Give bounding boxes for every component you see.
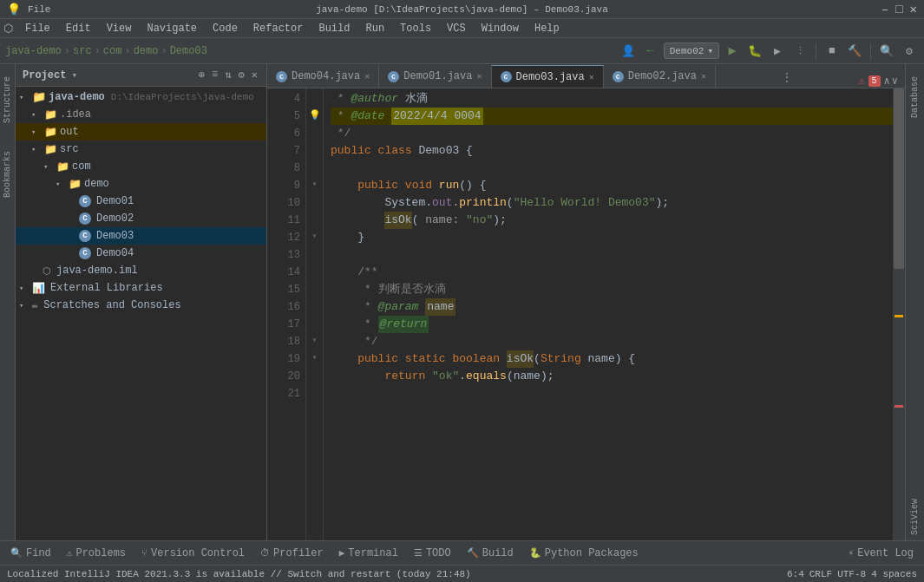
tree-label-src: src <box>60 143 79 155</box>
run-button[interactable]: ▶ <box>723 42 742 61</box>
tree-item-scratches[interactable]: ▾ ✏️ Scratches and Consoles <box>16 297 266 314</box>
tab-demo02[interactable]: C Demo02.java ✕ <box>604 65 716 88</box>
breadcrumb-src[interactable]: src <box>73 45 92 57</box>
project-collapse-icon[interactable]: ≡ <box>210 68 220 82</box>
maximize-button[interactable]: □ <box>895 3 902 16</box>
menu-item-help[interactable]: Help <box>528 21 567 36</box>
problems-tab[interactable]: ⚠ Problems <box>60 543 133 564</box>
tree-item-javademo[interactable]: ▾ 📁 java-demo D:\IdeaProjects\java-demo <box>16 88 266 106</box>
menu-item-tools[interactable]: Tools <box>393 21 438 36</box>
profiler-tab[interactable]: ⏱ Profiler <box>253 543 331 564</box>
build-tab[interactable]: 🔨 Build <box>460 543 521 564</box>
tree-item-demo03[interactable]: C Demo03 <box>16 227 266 245</box>
menu-item-run[interactable]: Run <box>358 21 391 36</box>
code-editor[interactable]: 4 5 6 7 8 9 10 11 12 13 14 15 16 17 18 1… <box>267 88 905 540</box>
lightbulb-5[interactable]: 💡 <box>306 106 323 123</box>
demo03-tab-close[interactable]: ✕ <box>589 72 594 82</box>
breadcrumb-demo[interactable]: demo <box>134 45 159 57</box>
project-dropdown-icon[interactable]: ▾ <box>71 69 77 81</box>
project-sort-icon[interactable]: ⇅ <box>223 68 233 82</box>
git-update-icon[interactable]: 👤 <box>619 42 638 61</box>
tab-demo03[interactable]: C Demo03.java ✕ <box>492 65 604 88</box>
navigate-back-icon[interactable]: ← <box>641 42 660 61</box>
search-everywhere-icon[interactable]: 🔍 <box>877 42 896 61</box>
breadcrumb-com[interactable]: com <box>103 45 122 57</box>
fold-marker-19[interactable]: ▾ <box>306 349 323 366</box>
indent-settings[interactable]: 4 spaces <box>871 569 917 579</box>
tree-item-demo01[interactable]: C Demo01 <box>16 193 266 210</box>
problems-icon: ⚠ <box>67 547 73 559</box>
debug-button[interactable]: 🐛 <box>745 42 764 61</box>
scratches-icon: ✏️ <box>32 299 38 312</box>
menu-item-build[interactable]: Build <box>311 21 357 36</box>
version-control-tab[interactable]: ⑂ Version Control <box>134 543 252 564</box>
expand-errors-icon[interactable]: ∧ <box>884 75 890 88</box>
structure-panel-label[interactable]: Structure <box>1 71 14 128</box>
run-config-dropdown[interactable]: Demo02 ▾ <box>664 43 719 59</box>
stop-button[interactable]: ■ <box>822 42 842 61</box>
sciview-panel-label[interactable]: SciView <box>908 494 921 540</box>
tree-item-external-libs[interactable]: ▾ 📊 External Libraries <box>16 279 266 297</box>
scroll-thumb[interactable] <box>894 88 904 269</box>
tab-demo01[interactable]: C Demo01.java ✕ <box>379 65 491 88</box>
menu-item-edit[interactable]: Edit <box>59 21 98 36</box>
find-tab[interactable]: 🔍 Find <box>3 543 58 564</box>
title-bar-menu-file[interactable]: File <box>28 4 50 15</box>
tree-item-com[interactable]: ▾ 📁 com <box>16 158 266 175</box>
demo01-tab-close[interactable]: ✕ <box>476 71 482 82</box>
tree-label-iml: java-demo.iml <box>56 265 138 277</box>
project-locate-icon[interactable]: ⊕ <box>197 68 206 82</box>
demo04-tab-close[interactable]: ✕ <box>364 71 370 82</box>
right-sidebar: Database SciView <box>905 64 924 540</box>
menu-item-view[interactable]: View <box>100 21 139 36</box>
line-ending[interactable]: CRLF <box>809 569 832 579</box>
code-line-12: } <box>331 229 893 246</box>
tree-item-idea[interactable]: ▾ 📁 .idea <box>16 106 266 123</box>
tree-item-out[interactable]: ▾ 📁 out <box>16 123 266 141</box>
menu-item-file[interactable]: File <box>18 21 57 36</box>
minimize-button[interactable]: – <box>881 3 888 16</box>
code-line-11: isOk( name: "no"); <box>331 212 893 229</box>
todo-tab[interactable]: ☰ TODO <box>407 543 458 564</box>
python-packages-tab[interactable]: 🐍 Python Packages <box>522 543 645 564</box>
fold-marker-18[interactable]: ▾ <box>306 331 323 349</box>
demo04-java-icon: C <box>79 247 91 259</box>
menu-item-code[interactable]: Code <box>206 21 245 36</box>
fold-marker-12[interactable]: ▾ <box>306 227 323 245</box>
terminal-tab[interactable]: ▶ Terminal <box>332 543 405 564</box>
run-with-coverage-icon[interactable]: ▶ <box>768 42 787 61</box>
more-run-options-icon[interactable]: ⋮ <box>790 42 809 61</box>
event-log-tab[interactable]: ⚡ Event Log <box>842 543 921 564</box>
tree-item-src[interactable]: ▾ 📁 src <box>16 141 266 158</box>
fold-marker-9[interactable]: ▾ <box>306 175 323 193</box>
code-content[interactable]: * @author 水滴 * @date 2022/4/4 0004 */ pu… <box>324 88 893 540</box>
tabs-more-button[interactable]: ⋮ <box>775 68 799 88</box>
menu-item-refactor[interactable]: Refactor <box>246 21 311 36</box>
menu-item-window[interactable]: Window <box>475 21 526 36</box>
encoding[interactable]: UTF-8 <box>837 569 866 579</box>
build-button[interactable]: 🔨 <box>845 42 864 61</box>
bookmarks-panel-label[interactable]: Bookmarks <box>1 146 14 203</box>
scrollbar-track[interactable] <box>893 88 905 540</box>
title-bar-controls: – □ ✕ <box>881 2 917 16</box>
project-settings-icon[interactable]: ⚙ <box>237 68 246 82</box>
breadcrumb-project[interactable]: java-demo <box>5 45 62 57</box>
tree-item-iml[interactable]: ⬡ java-demo.iml <box>16 262 266 279</box>
menu-item-navigate[interactable]: Navigate <box>140 21 204 36</box>
demo03-tab-icon: C <box>501 71 512 82</box>
tree-label-demo04: Demo04 <box>96 247 134 259</box>
tree-item-demo02[interactable]: C Demo02 <box>16 210 266 227</box>
tree-item-demo04[interactable]: C Demo04 <box>16 245 266 262</box>
close-button[interactable]: ✕ <box>910 2 917 16</box>
tree-item-demo[interactable]: ▾ 📁 demo <box>16 175 266 193</box>
settings-icon[interactable]: ⚙ <box>900 42 919 61</box>
demo02-tab-close[interactable]: ✕ <box>701 71 706 82</box>
breadcrumb-demo03[interactable]: Demo03 <box>170 45 207 57</box>
cursor-position[interactable]: 6:4 <box>787 569 804 579</box>
database-panel-label[interactable]: Database <box>908 71 921 123</box>
tab-demo04[interactable]: C Demo04.java ✕ <box>267 65 379 88</box>
tree-label-external-libs: External Libraries <box>50 282 163 294</box>
collapse-errors-icon[interactable]: ∨ <box>892 75 898 88</box>
project-close-icon[interactable]: ✕ <box>250 68 259 82</box>
menu-item-vcs[interactable]: VCS <box>440 21 473 36</box>
